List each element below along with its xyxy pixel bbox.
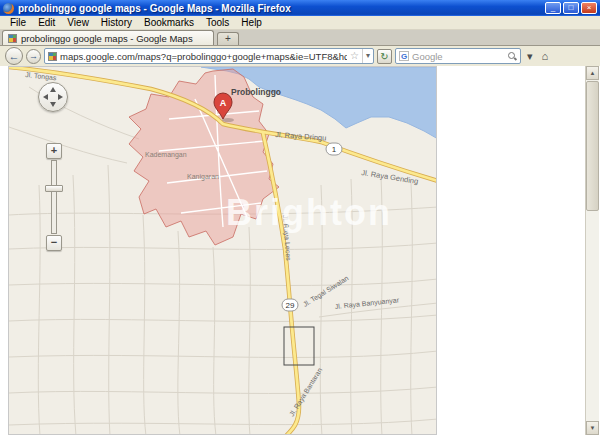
forward-button[interactable]: → [26,49,41,64]
zoom-in-button[interactable]: + [46,143,62,159]
svg-text:1: 1 [332,145,337,154]
menu-item-help[interactable]: Help [235,17,268,28]
address-bar[interactable]: maps.google.com/maps?q=probolinggo+googl… [44,48,374,64]
label-district-kanigaran: Kanigaran [187,173,219,181]
pan-right-arrow[interactable] [58,94,63,100]
close-button[interactable]: × [581,2,597,14]
label-district-kademangan: Kademangan [145,151,187,159]
pan-left-arrow[interactable] [43,94,48,100]
minimize-button[interactable]: _ [545,2,561,14]
tab-favicon [8,34,17,43]
firefox-icon [3,3,14,14]
zoom-slider-track[interactable] [51,160,57,234]
pan-down-arrow[interactable] [50,102,56,107]
back-button[interactable]: ← [5,47,23,65]
scroll-up-arrow[interactable]: ▲ [586,66,599,80]
zoom-slider-handle[interactable] [45,185,63,192]
bookmark-star-icon[interactable]: ☆ [350,49,359,63]
vertical-scrollbar[interactable]: ▲ ▼ [585,66,599,435]
scrollbar-thumb[interactable] [586,81,599,211]
menu-item-bookmarks[interactable]: Bookmarks [138,17,200,28]
search-icon[interactable] [508,52,517,61]
tab-title: probolinggo google maps - Google Maps [21,33,193,44]
window-title: probolinggo google maps - Google Maps - … [18,3,545,14]
map-pan-control[interactable] [38,82,68,112]
label-city: Probolinggo [231,87,281,97]
tab-active[interactable]: probolinggo google maps - Google Maps [2,30,214,45]
url-text: maps.google.com/maps?q=probolinggo+googl… [60,51,347,62]
menu-item-tools[interactable]: Tools [200,17,235,28]
list-dropdown-icon[interactable]: ▾ [524,47,536,65]
svg-text:A: A [220,98,227,108]
navigation-toolbar: ← → maps.google.com/maps?q=probolinggo+g… [0,46,600,66]
route-shield-29: 29 [282,299,298,311]
browser-content: 1 29 Probolinggo Jl. Raya Dringu Jl. Ray… [0,66,600,435]
new-tab-button[interactable]: + [217,32,239,45]
tab-bar: probolinggo google maps - Google Maps + [0,30,600,46]
watermark-text: Brighton [226,192,392,233]
search-bar[interactable]: G Google [395,48,521,64]
menu-item-edit[interactable]: Edit [32,17,61,28]
search-engine-icon[interactable]: G [399,51,409,61]
menu-item-history[interactable]: History [95,17,138,28]
map-canvas[interactable]: 1 29 Probolinggo Jl. Raya Dringu Jl. Ray… [8,66,437,435]
menu-bar: File Edit View History Bookmarks Tools H… [0,16,600,30]
pan-up-arrow[interactable] [50,87,56,92]
svg-text:29: 29 [286,301,295,310]
scroll-down-arrow[interactable]: ▼ [586,421,599,435]
home-icon[interactable]: ⌂ [539,47,552,65]
maximize-button[interactable]: □ [563,2,579,14]
menu-item-file[interactable]: File [4,17,32,28]
window-titlebar[interactable]: probolinggo google maps - Google Maps - … [0,0,600,16]
route-shield-1: 1 [326,143,342,155]
site-identity-icon[interactable] [48,52,57,61]
search-input[interactable]: Google [412,51,505,62]
menu-item-view[interactable]: View [61,17,95,28]
history-dropdown-icon[interactable]: ▾ [362,49,370,63]
zoom-out-button[interactable]: − [46,235,62,251]
reload-button[interactable]: ↻ [377,49,392,64]
